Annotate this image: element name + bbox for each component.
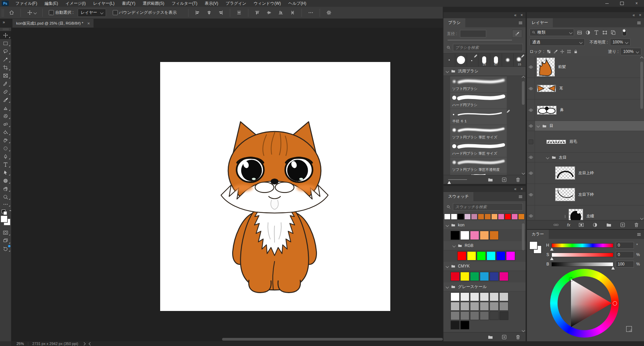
new-swatch-icon[interactable] <box>501 334 507 340</box>
layers-scrollbar[interactable] <box>640 57 644 219</box>
foreground-background-colors[interactable] <box>1 216 11 226</box>
menu-view[interactable]: 表示(V) <box>201 0 222 7</box>
new-layer-icon[interactable] <box>620 222 625 228</box>
swatch[interactable] <box>490 311 499 320</box>
brush-item[interactable]: ソフト円ブラシ 筆圧 サイズ <box>450 125 507 141</box>
close-panel-icon[interactable]: × <box>639 13 641 18</box>
tab-brushes[interactable]: ブラシ <box>443 18 465 27</box>
tab-swatches[interactable]: スウォッチ <box>443 192 473 201</box>
tab-close-icon[interactable]: × <box>87 21 90 26</box>
swatch[interactable] <box>490 272 499 281</box>
options-grip[interactable] <box>1 9 4 17</box>
scroll-up-icon[interactable] <box>522 76 525 80</box>
swatch-group-cmyk[interactable]: CMYK <box>443 262 526 271</box>
swatch[interactable] <box>460 292 469 301</box>
align-top-button[interactable] <box>252 8 262 17</box>
layer-visibility-toggle[interactable] <box>527 206 535 220</box>
zoom-level-field[interactable]: 25% <box>16 342 24 346</box>
add-to-swatches-button[interactable] <box>626 326 632 332</box>
swatch[interactable] <box>480 231 489 240</box>
new-adjustment-layer-icon[interactable] <box>592 222 598 228</box>
hand-tool[interactable] <box>0 185 11 193</box>
toolbar-expand-icon[interactable]: » <box>3 20 5 25</box>
diameter-input[interactable] <box>460 30 486 37</box>
slider-thumb-icon[interactable] <box>550 257 553 260</box>
smudge-tool[interactable] <box>0 136 11 144</box>
blend-mode-dropdown[interactable]: 通過 <box>530 38 585 46</box>
menu-plugins[interactable]: プラグイン <box>222 0 250 7</box>
layer-row[interactable]: 鼻 <box>527 99 644 121</box>
link-layers-icon[interactable] <box>553 222 559 228</box>
slider-thumb-icon[interactable] <box>448 181 451 184</box>
layer-visibility-toggle[interactable] <box>527 131 535 152</box>
scrollbar-thumb[interactable] <box>522 81 525 105</box>
align-right-button[interactable] <box>216 8 226 17</box>
toolbar-grip[interactable] <box>3 28 8 30</box>
layer-row-clipped[interactable]: 左瞳 <box>527 206 644 220</box>
scrollbar-thumb[interactable] <box>522 223 525 250</box>
recent-brush-tiny-dot[interactable] <box>443 54 455 66</box>
swatch[interactable] <box>460 321 469 329</box>
swatch[interactable] <box>490 302 499 311</box>
swatch[interactable] <box>478 214 484 220</box>
swatch[interactable] <box>480 292 489 301</box>
menu-filter[interactable]: フィルター(T) <box>168 0 201 7</box>
edit-toolbar-button[interactable] <box>0 201 11 208</box>
swatch[interactable] <box>487 251 496 260</box>
layer-visibility-toggle[interactable] <box>527 78 535 99</box>
rotate-view-button[interactable] <box>0 245 11 253</box>
sponge-tool[interactable] <box>0 144 11 152</box>
swatch[interactable] <box>499 311 508 320</box>
canvas-pasteboard[interactable] <box>11 28 443 341</box>
swatch[interactable] <box>480 302 489 311</box>
swatch[interactable] <box>444 214 451 220</box>
layer-visibility-toggle[interactable] <box>527 56 535 77</box>
lock-position-icon[interactable] <box>560 49 565 54</box>
menu-layer[interactable]: レイヤー(L) <box>90 0 118 7</box>
panel-menu-button[interactable] <box>634 230 644 239</box>
hue-value-field[interactable]: 0 <box>616 242 634 249</box>
swatch[interactable] <box>470 272 479 281</box>
swatch[interactable] <box>470 311 479 320</box>
layer-thumbnail[interactable] <box>569 209 583 220</box>
swatch[interactable] <box>470 302 479 311</box>
crop-tool[interactable] <box>0 63 11 71</box>
menu-help[interactable]: ヘルプ(H) <box>285 0 310 7</box>
layer-name[interactable]: 眉毛 <box>569 139 577 144</box>
swatch-group-grayscale[interactable]: グレースケール <box>443 282 526 291</box>
swatch[interactable] <box>485 214 491 220</box>
new-group-icon[interactable] <box>488 334 493 340</box>
brush-tool[interactable] <box>0 96 11 104</box>
swatch[interactable] <box>480 272 489 281</box>
swatch[interactable] <box>518 214 525 220</box>
menu-image[interactable]: イメージ(I) <box>62 0 89 7</box>
eyedropper-tool[interactable] <box>0 80 11 88</box>
layer-visibility-toggle[interactable] <box>527 162 535 184</box>
menu-edit[interactable]: 編集(E) <box>41 0 62 7</box>
close-panel-icon[interactable]: × <box>521 13 523 18</box>
close-panel-icon[interactable]: × <box>521 187 523 191</box>
layer-visibility-toggle[interactable] <box>527 121 535 131</box>
swatch[interactable] <box>451 311 460 320</box>
add-layer-mask-icon[interactable] <box>578 222 584 228</box>
swatch-list-scrollbar[interactable] <box>521 221 525 332</box>
recent-brush-dot-pen[interactable] <box>467 54 479 66</box>
auto-select-checkbox[interactable]: 自動選択 : <box>47 8 76 17</box>
scroll-up-icon[interactable] <box>640 57 644 60</box>
swatch-group-rgb[interactable]: RGB <box>443 241 526 250</box>
swatch[interactable] <box>464 214 471 220</box>
layer-group-row[interactable]: 左目 <box>527 153 644 162</box>
swatch[interactable] <box>460 231 469 240</box>
swatch[interactable] <box>498 214 504 220</box>
foreground-color-swatch[interactable] <box>529 241 538 250</box>
move-tool[interactable] <box>0 31 11 39</box>
filter-type-layers-icon[interactable] <box>594 30 599 35</box>
layer-thumbnail[interactable] <box>555 188 575 201</box>
scroll-down-icon[interactable] <box>522 171 525 175</box>
lock-all-icon[interactable] <box>573 49 578 54</box>
distribute-center-button[interactable] <box>234 8 244 17</box>
distribute-vertical-button[interactable] <box>288 8 297 17</box>
horizontal-scrollbar[interactable] <box>222 338 443 341</box>
more-options-button[interactable] <box>306 8 316 17</box>
layer-thumbnail[interactable] <box>537 58 555 76</box>
